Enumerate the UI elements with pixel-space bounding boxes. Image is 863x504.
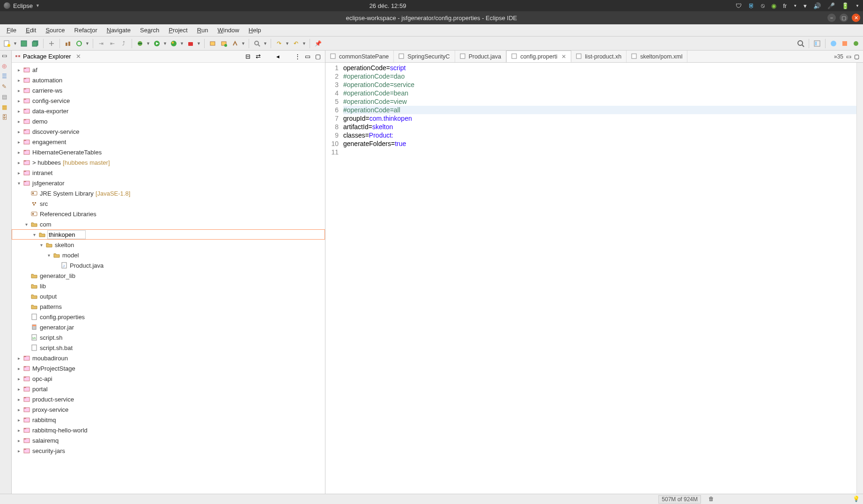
arrow-expanded-icon[interactable]: ▾ — [31, 232, 37, 237]
arrow-expanded-icon[interactable]: ▾ — [23, 222, 30, 227]
tree-folder[interactable]: ▸src — [12, 198, 325, 209]
new-button[interactable] — [2, 38, 12, 49]
window-close-button[interactable]: ✕ — [852, 14, 860, 22]
arrow-collapsed-icon[interactable]: ▸ — [15, 109, 22, 114]
code-line[interactable]: #operationCode=all — [343, 106, 856, 114]
no-symbol-icon[interactable]: ⦸ — [761, 2, 765, 9]
locale-indicator[interactable]: fr — [783, 2, 787, 9]
editor-tab[interactable]: config.properti✕ — [506, 51, 571, 63]
restore-icon[interactable]: ▭ — [2, 52, 9, 60]
dropdown-icon[interactable]: ▼ — [302, 41, 307, 46]
tree-folder[interactable]: ▾com — [12, 219, 325, 229]
tree-folder[interactable]: ▸lib — [12, 281, 325, 291]
arrow-collapsed-icon[interactable]: ▸ — [15, 428, 22, 433]
new-package-button[interactable] — [207, 38, 218, 49]
arrow-collapsed-icon[interactable]: ▸ — [15, 417, 22, 423]
arrow-expanded-icon[interactable]: ▾ — [38, 242, 44, 248]
code-area[interactable]: operationCode=script#operationCode=dao#o… — [341, 63, 856, 494]
tree-folder[interactable]: ▸security-jars — [12, 446, 325, 456]
tree-folder[interactable]: ▸rabbitmq — [12, 415, 325, 425]
run-button[interactable] — [152, 38, 162, 49]
dropdown-icon[interactable]: ▼ — [285, 41, 290, 46]
shield2-icon[interactable]: ⛨ — [748, 2, 754, 9]
tasks-icon[interactable]: ☰ — [2, 73, 9, 80]
shield-icon[interactable]: 🛡 — [736, 2, 742, 9]
arrow-collapsed-icon[interactable]: ▸ — [15, 376, 22, 381]
tree-file[interactable]: ▸generator.jar — [12, 322, 325, 332]
dropdown-icon[interactable]: ▼ — [163, 41, 168, 46]
next-annotation-button[interactable]: ↷ — [274, 38, 284, 49]
code-line[interactable]: operationCode=script — [343, 64, 856, 72]
dropdown-icon[interactable]: ▼ — [263, 41, 268, 46]
dropdown-icon[interactable]: ▼ — [197, 41, 201, 46]
menu-search[interactable]: Search — [135, 25, 164, 36]
system-datetime[interactable]: 26 déc. 12:59 — [40, 2, 736, 9]
external-run-button[interactable] — [185, 38, 196, 49]
tree-folder[interactable]: ▸engagement — [12, 137, 325, 147]
menu-file[interactable]: FFileile — [2, 25, 21, 36]
activities-label[interactable]: Eclipse — [13, 2, 33, 9]
heap-status[interactable]: 507M of 924M — [658, 495, 701, 504]
dropdown-icon[interactable]: ▼ — [241, 41, 246, 46]
menu-navigate[interactable]: Navigate — [102, 25, 135, 36]
arrow-collapsed-icon[interactable]: ▸ — [15, 119, 22, 124]
snippets-icon[interactable]: ✎ — [2, 83, 9, 91]
menu-edit[interactable]: Edit — [21, 25, 41, 36]
new-dropdown[interactable]: ▼ — [13, 41, 18, 46]
servers-icon[interactable]: 🗄 — [2, 114, 9, 122]
activities-icon[interactable] — [4, 2, 10, 9]
editor-overflow-count[interactable]: »35 — [834, 53, 843, 60]
battery-icon[interactable]: 🔋 — [841, 2, 849, 9]
rename-input[interactable] — [48, 231, 85, 239]
arrow-collapsed-icon[interactable]: ▸ — [15, 98, 22, 103]
tree-folder[interactable]: ▸af — [12, 65, 325, 75]
tree-folder[interactable]: ▸Referenced Libraries — [12, 209, 325, 219]
save-all-button[interactable] — [30, 38, 40, 49]
tree-folder[interactable]: ▸product-service — [12, 394, 325, 404]
code-line[interactable]: groupId=com.thinkopen — [343, 114, 856, 123]
editor-tab[interactable]: skelton/pom.xml — [627, 51, 687, 62]
arrow-collapsed-icon[interactable]: ▸ — [15, 150, 22, 155]
tree-folder[interactable]: ▾jsfgenerator — [12, 178, 325, 188]
dropdown-icon[interactable]: ▼ — [146, 41, 151, 46]
maximize-view-button[interactable]: ▢ — [314, 52, 322, 61]
open-type-button[interactable] — [230, 38, 240, 49]
mic-icon[interactable]: 🎤 — [827, 2, 835, 9]
arrow-collapsed-icon[interactable]: ▸ — [15, 407, 22, 412]
build-button[interactable] — [63, 38, 73, 49]
tree-folder[interactable]: ▸carriere-ws — [12, 85, 325, 95]
menu-run[interactable]: Run — [192, 25, 213, 36]
tree-folder[interactable]: ▸output — [12, 291, 325, 301]
tree-folder[interactable]: ▸salairemq — [12, 435, 325, 446]
tree-folder[interactable]: ▸rabbitmq-hello-world — [12, 425, 325, 435]
maximize-editor-button[interactable]: ▢ — [854, 53, 859, 60]
coverage-button[interactable] — [169, 38, 179, 49]
link-editor-button[interactable] — [46, 38, 57, 49]
menu-project[interactable]: Project — [164, 25, 192, 36]
tree-folder[interactable]: ▸opc-api — [12, 373, 325, 384]
tree-folder[interactable]: ▸> hubbees [hubbees master] — [12, 157, 325, 168]
debug-perspective-button[interactable] — [851, 38, 861, 49]
debug-button[interactable] — [135, 38, 145, 49]
prev-annotation-button[interactable]: ↶ — [291, 38, 301, 49]
tree-folder[interactable]: ▾skelton — [12, 240, 325, 250]
project-tree[interactable]: ▸af▸automation▸carriere-ws▸config-servic… — [12, 63, 325, 494]
tree-folder[interactable]: ▸portal — [12, 384, 325, 394]
wifi-icon[interactable]: ▾ — [804, 2, 807, 9]
editor-tab[interactable]: commonStatePane — [325, 51, 394, 62]
editor-scrollbar[interactable] — [856, 63, 863, 494]
arrow-collapsed-icon[interactable]: ▸ — [15, 170, 22, 175]
code-line[interactable]: artifactId=skelton — [343, 123, 856, 131]
java-perspective-button[interactable] — [840, 38, 850, 49]
quick-access-button[interactable] — [796, 38, 806, 49]
pin-button[interactable]: 📌 — [313, 38, 323, 49]
close-tab-button[interactable]: ✕ — [561, 53, 566, 60]
search-button[interactable] — [252, 38, 262, 49]
arrow-expanded-icon[interactable]: ▾ — [45, 253, 52, 258]
window-minimize-button[interactable]: − — [827, 14, 836, 22]
tree-folder[interactable]: ▸intranet — [12, 168, 325, 178]
minimize-editor-button[interactable]: ▭ — [846, 53, 851, 60]
code-line[interactable]: #operationCode=dao — [343, 72, 856, 80]
tree-folder[interactable]: ▸HibernateGenerateTables — [12, 147, 325, 157]
view-menu-button[interactable]: ⋮ — [293, 52, 302, 61]
